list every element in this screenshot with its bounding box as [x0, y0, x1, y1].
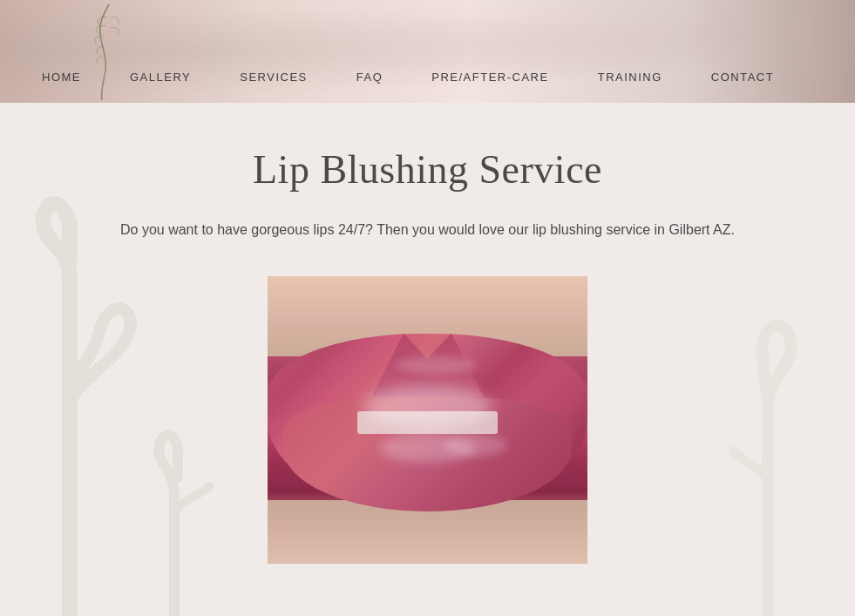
nav-item-training[interactable]: TRAINING	[573, 51, 687, 103]
nav-item-pre-after-care[interactable]: PRE/AFTER-CARE	[407, 51, 573, 103]
nav: HOME GALLERY SERVICES FAQ PRE/AFTER-CARE…	[0, 51, 855, 103]
nav-item-contact[interactable]: CONTACT	[687, 51, 798, 103]
page-title: Lip Blushing Service	[253, 146, 602, 193]
header-hero: HOME GALLERY SERVICES FAQ PRE/AFTER-CARE…	[0, 0, 855, 103]
page-description: Do you want to have gorgeous lips 24/7? …	[120, 219, 735, 241]
nav-items: HOME GALLERY SERVICES FAQ PRE/AFTER-CARE…	[17, 51, 798, 103]
nav-item-gallery[interactable]: GALLERY	[105, 51, 215, 103]
lip-highlight-1	[363, 385, 492, 429]
lip-image-container	[268, 276, 587, 564]
nav-item-faq[interactable]: FAQ	[332, 51, 408, 103]
content-wrapper: Lip Blushing Service Do you want to have…	[36, 103, 820, 599]
lip-image	[268, 276, 587, 564]
nav-item-home[interactable]: HOME	[17, 51, 105, 103]
main-content: Lip Blushing Service Do you want to have…	[0, 103, 855, 616]
nav-item-services[interactable]: SERVICES	[215, 51, 332, 103]
